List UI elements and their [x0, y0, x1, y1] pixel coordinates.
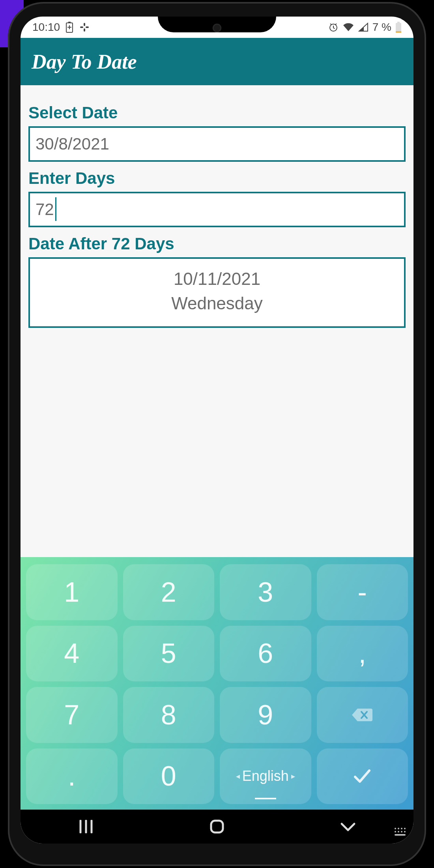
svg-rect-3 — [86, 26, 89, 28]
battery-icon — [395, 21, 402, 33]
svg-point-11 — [395, 828, 396, 829]
svg-rect-10 — [211, 821, 223, 832]
key-minus[interactable]: - — [317, 564, 408, 620]
key-7[interactable]: 7 — [26, 687, 118, 743]
key-backspace[interactable] — [317, 687, 408, 743]
key-2[interactable]: 2 — [123, 564, 215, 620]
home-button[interactable] — [193, 817, 241, 836]
svg-rect-9 — [396, 31, 401, 33]
svg-rect-4 — [84, 23, 85, 26]
enter-days-label: Enter Days — [28, 169, 406, 188]
result-date: 10/11/2021 — [30, 267, 404, 291]
svg-point-14 — [404, 828, 406, 829]
key-language[interactable]: ◂ English ▸ — [220, 748, 311, 804]
svg-point-18 — [404, 831, 406, 832]
app-title: Day To Date — [32, 50, 137, 73]
system-nav-bar — [21, 810, 413, 844]
chevron-left-icon: ◂ — [234, 771, 242, 781]
language-label: English — [242, 768, 289, 784]
svg-rect-8 — [397, 22, 400, 23]
key-8[interactable]: 8 — [123, 687, 215, 743]
signal-icon — [358, 22, 369, 32]
notch — [158, 17, 276, 32]
keyboard-toggle-icon[interactable] — [393, 826, 409, 840]
key-done[interactable] — [317, 748, 408, 804]
svg-point-16 — [398, 831, 399, 832]
svg-point-15 — [395, 831, 396, 832]
battery-percent: 7 % — [372, 21, 391, 34]
wifi-icon — [342, 22, 354, 32]
key-period[interactable]: . — [26, 748, 118, 804]
status-time: 10:10 — [32, 21, 60, 34]
result-day: Wednesday — [30, 291, 404, 316]
screen: 10:10 7 % Day To Date — [21, 17, 413, 844]
svg-rect-19 — [395, 834, 406, 836]
content-area: Select Date Enter Days Date After 72 Day… — [21, 85, 413, 557]
result-box: 10/11/2021 Wednesday — [28, 257, 406, 328]
svg-rect-5 — [84, 28, 85, 32]
svg-point-13 — [401, 828, 402, 829]
key-1[interactable]: 1 — [26, 564, 118, 620]
key-comma[interactable]: , — [317, 626, 408, 682]
key-9[interactable]: 9 — [220, 687, 311, 743]
battery-plus-icon — [65, 21, 73, 33]
chevron-right-icon: ▸ — [289, 771, 297, 781]
numeric-keyboard: 1 2 3 - 4 5 6 , 7 8 9 . 0 ◂ English ▸ — [21, 557, 413, 810]
app-notification-icon — [79, 22, 90, 33]
svg-rect-1 — [68, 22, 71, 23]
key-3[interactable]: 3 — [220, 564, 311, 620]
svg-point-12 — [398, 828, 399, 829]
key-4[interactable]: 4 — [26, 626, 118, 682]
recents-button[interactable] — [62, 817, 110, 836]
result-label: Date After 72 Days — [28, 234, 406, 253]
svg-rect-2 — [80, 26, 83, 28]
key-0[interactable]: 0 — [123, 748, 215, 804]
svg-point-17 — [401, 831, 402, 832]
key-5[interactable]: 5 — [123, 626, 215, 682]
alarm-icon — [328, 22, 339, 32]
select-date-input[interactable] — [28, 126, 406, 162]
key-6[interactable]: 6 — [220, 626, 311, 682]
back-button[interactable] — [324, 817, 372, 836]
enter-days-input[interactable] — [28, 192, 406, 227]
app-bar: Day To Date — [21, 38, 413, 85]
select-date-label: Select Date — [28, 103, 406, 122]
